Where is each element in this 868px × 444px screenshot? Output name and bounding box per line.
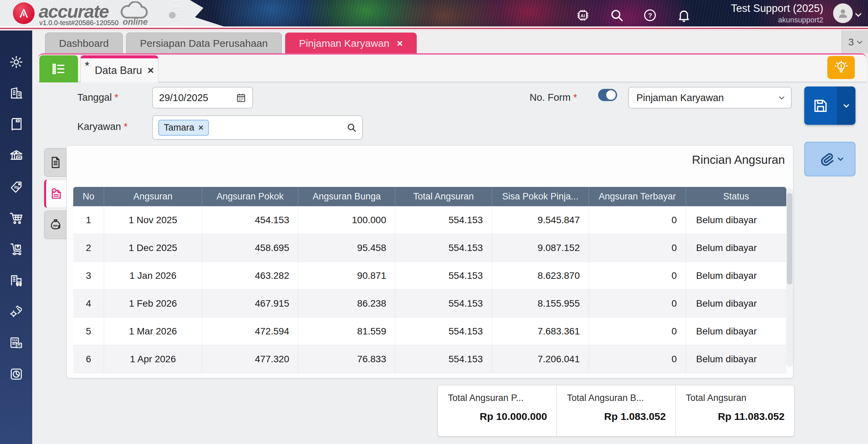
sidebar-item-ledger[interactable] xyxy=(9,117,23,132)
table-scrollbar[interactable] xyxy=(786,188,793,367)
accurate-logo-icon[interactable] xyxy=(13,2,35,24)
column-header[interactable]: Status xyxy=(686,187,786,206)
unsaved-marker: * xyxy=(85,59,89,72)
table-row[interactable]: 51 Mar 2026472.59481.559554.1537.683.361… xyxy=(73,317,786,345)
column-header[interactable]: Angsuran xyxy=(104,187,202,206)
tab-count-dropdown[interactable]: 3 xyxy=(842,31,868,54)
scrollbar-thumb[interactable] xyxy=(787,193,792,285)
save-button[interactable] xyxy=(804,86,837,125)
table-cell: 5 xyxy=(73,317,104,345)
table-cell: 1 Dec 2025 xyxy=(104,234,202,262)
total-angsuran-bunga: Total Angsuran B... Rp 1.083.052 xyxy=(556,385,675,436)
table-cell: 6 xyxy=(73,345,104,373)
brand-sub: online xyxy=(123,17,148,27)
totals-card: Total Angsuran P... Rp 10.000.000 Total … xyxy=(437,385,794,437)
table-cell: 554.153 xyxy=(395,290,492,317)
close-record-icon[interactable]: × xyxy=(147,64,154,77)
save-split-button[interactable] xyxy=(804,86,855,125)
sidebar-item-cash-bank[interactable] xyxy=(9,149,23,163)
tanggal-value: 29/10/2025 xyxy=(159,92,208,103)
column-header[interactable]: No xyxy=(73,187,104,206)
column-header[interactable]: Sisa Pokok Pinja... xyxy=(492,187,589,206)
table-cell: 1 xyxy=(73,206,104,234)
column-header[interactable]: Total Angsuran xyxy=(395,187,492,206)
detail-tab-informasi[interactable] xyxy=(44,179,66,208)
record-tab-row: * Data Baru × xyxy=(38,55,867,82)
avatar[interactable] xyxy=(833,3,853,23)
chevron-down-icon xyxy=(843,102,849,108)
sidebar-item-company[interactable] xyxy=(9,86,23,100)
tab-persiapan-data-perusahaan[interactable]: Persiapan Data Perusahaan xyxy=(126,33,282,54)
table-cell: 1 Mar 2026 xyxy=(104,317,202,345)
tanggal-input[interactable]: 29/10/2025 xyxy=(152,87,253,109)
record-list-button[interactable] xyxy=(39,55,78,82)
pinjaman-karyawan-workspace: * Data Baru × Tanggal* 29/10/2025 Karyaw… xyxy=(38,53,867,444)
table-cell: 4 xyxy=(73,290,104,317)
search-icon[interactable] xyxy=(347,122,357,133)
table-cell: Belum dibayar xyxy=(686,206,786,234)
help-icon[interactable]: ? xyxy=(643,8,657,22)
sidebar-item-sales[interactable]: Rp xyxy=(9,180,23,194)
sidebar-item-fixed-assets[interactable] xyxy=(9,273,23,288)
table-row[interactable]: 61 Apr 2026477.32076.833554.1537.206.041… xyxy=(73,345,786,373)
total-label: Total Angsuran P... xyxy=(448,393,547,403)
svg-text:TAX: TAX xyxy=(12,339,18,342)
sidebar-item-manufacture[interactable] xyxy=(9,305,23,319)
sidebar-item-tax[interactable]: TAX xyxy=(9,336,23,350)
tab-dashboard[interactable]: Dashboard xyxy=(45,33,123,54)
detail-tab-strip: RP xyxy=(44,148,66,242)
table-cell: 8.623.870 xyxy=(492,262,589,289)
tab-pinjaman-karyawan[interactable]: Pinjaman Karyawan × xyxy=(285,33,417,54)
table-cell: 86.238 xyxy=(298,290,395,317)
sidebar-item-inventory[interactable] xyxy=(9,242,23,256)
table-cell: 554.153 xyxy=(395,234,492,262)
panel-title: Rincian Angsuran xyxy=(692,153,785,167)
svg-text:RP: RP xyxy=(53,224,58,228)
table-cell: 2 xyxy=(73,234,104,262)
ai-assistant-icon[interactable]: AI xyxy=(576,8,590,22)
detail-tab-loan-money[interactable]: RP xyxy=(44,211,66,239)
table-cell: 1 Nov 2025 xyxy=(104,206,202,234)
table-cell: 81.559 xyxy=(298,317,395,345)
user-menu-chevron-icon[interactable] xyxy=(855,11,861,17)
karyawan-input[interactable]: Tamara × xyxy=(152,115,363,140)
chip-label: Tamara xyxy=(164,122,194,133)
notification-bell-icon[interactable] xyxy=(677,8,691,22)
table-row[interactable]: 11 Nov 2025454.153100.000554.1539.545.84… xyxy=(73,206,786,234)
no-form-label: No. Form* xyxy=(530,92,577,103)
total-value: Rp 11.083.052 xyxy=(686,411,785,422)
record-tab-data-baru[interactable]: * Data Baru × xyxy=(80,55,158,82)
sidebar-item-reports[interactable] xyxy=(9,367,23,381)
no-form-auto-toggle[interactable] xyxy=(598,89,617,101)
column-header[interactable]: Angsuran Terbayar xyxy=(589,187,686,206)
tanggal-label: Tanggal* xyxy=(77,92,118,103)
chevron-down-icon xyxy=(857,38,863,44)
brand-name: accurate xyxy=(39,1,108,22)
table-row[interactable]: 41 Feb 2026467.91586.238554.1538.155.955… xyxy=(73,290,786,317)
karyawan-chip[interactable]: Tamara × xyxy=(158,120,209,136)
user-name[interactable]: Test Support (2025) xyxy=(731,2,823,15)
total-label: Total Angsuran B... xyxy=(567,393,666,403)
calendar-icon[interactable] xyxy=(236,93,246,103)
table-cell: 477.320 xyxy=(202,345,298,373)
sidebar-item-settings[interactable] xyxy=(9,55,23,69)
remove-chip-icon[interactable]: × xyxy=(198,122,203,133)
required-marker: * xyxy=(124,121,127,132)
table-row[interactable]: 31 Jan 2026463.28290.871554.1538.623.870… xyxy=(73,262,786,290)
close-tab-icon[interactable]: × xyxy=(397,38,403,49)
sidebar-item-purchases[interactable] xyxy=(9,211,23,225)
detail-tab-document[interactable] xyxy=(44,148,66,177)
table-cell: 9.087.152 xyxy=(492,234,589,262)
table-row[interactable]: 21 Dec 2025458.69595.458554.1539.087.152… xyxy=(73,234,786,262)
user-account: akunsupport2 xyxy=(778,16,823,24)
table-cell: 0 xyxy=(589,290,686,317)
tips-button[interactable] xyxy=(827,56,855,79)
column-header[interactable]: Angsuran Bunga xyxy=(298,187,395,206)
search-icon[interactable] xyxy=(610,8,624,22)
form-type-select[interactable]: Pinjaman Karyawan xyxy=(628,87,792,109)
column-header[interactable]: Angsuran Pokok xyxy=(202,187,298,206)
save-options-button[interactable] xyxy=(837,86,855,125)
table-cell: 0 xyxy=(589,234,686,262)
attachment-button[interactable] xyxy=(804,142,855,176)
table-cell: Belum dibayar xyxy=(686,290,786,317)
